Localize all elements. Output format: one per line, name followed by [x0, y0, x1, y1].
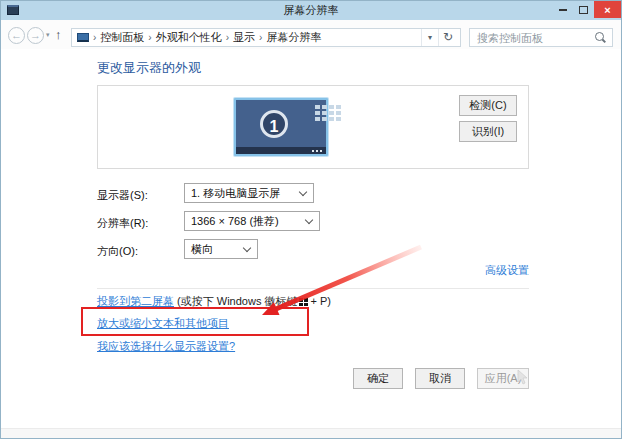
- refresh-icon[interactable]: ↻: [438, 29, 460, 46]
- which-settings-link[interactable]: 我应该选择什么显示器设置?: [97, 340, 235, 352]
- project-link-row: 投影到第二屏幕 (或按下 Windows 徽标键+ P): [97, 294, 331, 309]
- chevron-down-icon: [243, 243, 251, 251]
- breadcrumb-item-display[interactable]: 显示: [233, 30, 255, 45]
- resolution-select[interactable]: 1366 × 768 (推荐): [184, 211, 320, 231]
- breadcrumb-separator[interactable]: ›: [222, 32, 233, 43]
- window-bottom-edge: [1, 428, 621, 439]
- advanced-settings-container: 高级设置: [97, 263, 529, 278]
- address-dropdown-icon[interactable]: ▾: [421, 29, 438, 46]
- ok-button[interactable]: 确定: [353, 368, 403, 389]
- orientation-field-label: 方向(O):: [97, 244, 138, 259]
- divider: [97, 288, 529, 289]
- titlebar: 屏幕分辨率 ×: [1, 1, 621, 20]
- breadcrumb-separator[interactable]: ›: [144, 32, 155, 43]
- forward-button[interactable]: →: [27, 27, 44, 44]
- forward-icon: →: [30, 29, 41, 41]
- project-suffix-text: (或按下 Windows 徽标键+ P): [177, 295, 331, 307]
- orientation-select[interactable]: 横向: [184, 239, 258, 259]
- search-input[interactable]: [470, 32, 593, 44]
- breadcrumb-item-screen-resolution[interactable]: 屏幕分辨率: [266, 30, 321, 45]
- minimize-icon: [559, 9, 567, 11]
- search-box: [469, 28, 613, 47]
- orientation-select-value: 横向: [191, 242, 213, 257]
- resolution-select-value: 1366 × 768 (推荐): [191, 214, 279, 229]
- recent-pages-dropdown[interactable]: ▾: [46, 31, 50, 39]
- maximize-icon: [579, 6, 588, 14]
- window-controls: ×: [552, 1, 621, 18]
- maximize-button[interactable]: [573, 1, 594, 18]
- back-button[interactable]: ←: [8, 27, 25, 44]
- make-text-larger-link[interactable]: 放大或缩小文本和其他项目: [97, 317, 229, 329]
- resize-link-row: 放大或缩小文本和其他项目: [97, 316, 229, 331]
- display-icon: [77, 33, 89, 42]
- display-preview-panel: 1 检测(C) 识别(I): [97, 85, 529, 169]
- up-button[interactable]: ↑: [55, 27, 62, 42]
- windows-logo-icon: [299, 298, 308, 306]
- cancel-button[interactable]: 取消: [415, 368, 465, 389]
- monitor-preview[interactable]: 1: [234, 98, 328, 156]
- breadcrumb-item-appearance[interactable]: 外观和个性化: [156, 30, 222, 45]
- resolution-field-label: 分辨率(R):: [97, 216, 148, 231]
- toolbar: ← → ▾ ↑ › 控制面板 › 外观和个性化 › 显示 › 屏幕分辨率 ▾ ↻: [1, 20, 621, 49]
- breadcrumb-separator[interactable]: ›: [255, 32, 266, 43]
- page-title: 更改显示器的外观: [97, 59, 201, 77]
- back-icon: ←: [11, 29, 22, 41]
- address-bar[interactable]: › 控制面板 › 外观和个性化 › 显示 › 屏幕分辨率 ▾ ↻: [71, 28, 461, 47]
- apply-button[interactable]: 应用(A): [477, 368, 529, 389]
- screen-resolution-window: 屏幕分辨率 × ← → ▾ ↑ › 控制面板 › 外观和个性化 › 显示 › 屏…: [0, 0, 622, 439]
- display-select[interactable]: 1. 移动电脑显示屏: [184, 183, 314, 203]
- identify-button[interactable]: 识别(I): [459, 121, 517, 142]
- taskbar-dots-icon: [320, 150, 322, 152]
- monitor-number-badge: 1: [260, 110, 288, 138]
- project-second-screen-link[interactable]: 投影到第二屏幕: [97, 295, 174, 307]
- display-select-value: 1. 移动电脑显示屏: [191, 186, 280, 201]
- breadcrumb-separator[interactable]: ›: [89, 32, 100, 43]
- chevron-down-icon: [305, 215, 313, 223]
- up-icon: ↑: [55, 27, 62, 42]
- window-title: 屏幕分辨率: [1, 3, 621, 18]
- detect-button[interactable]: 检测(C): [459, 95, 517, 116]
- choose-link-row: 我应该选择什么显示器设置?: [97, 339, 235, 354]
- search-icon[interactable]: [593, 31, 607, 45]
- breadcrumb-item-control-panel[interactable]: 控制面板: [100, 30, 144, 45]
- chevron-down-icon: [299, 187, 307, 195]
- close-button[interactable]: ×: [594, 1, 621, 18]
- start-screen-tiles-icon: [315, 105, 320, 109]
- monitor-taskbar: [236, 147, 326, 154]
- minimize-button[interactable]: [552, 1, 573, 18]
- display-field-label: 显示器(S):: [97, 188, 148, 203]
- close-icon: ×: [604, 4, 610, 16]
- advanced-settings-link[interactable]: 高级设置: [485, 264, 529, 276]
